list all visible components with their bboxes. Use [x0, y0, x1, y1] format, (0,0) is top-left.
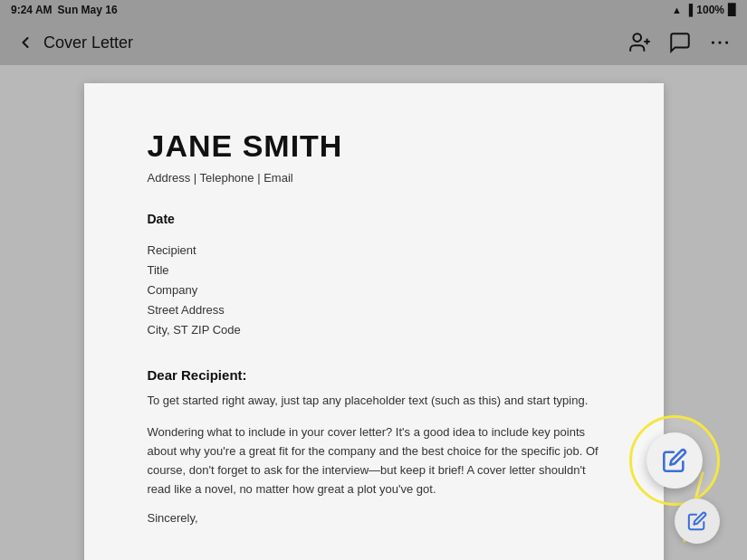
document-page[interactable]: Jane Smith Address | Telephone | Email D…: [84, 83, 664, 560]
svg-point-4: [718, 41, 721, 43]
svg-point-3: [712, 41, 714, 43]
signal-icon: ▐: [685, 4, 694, 16]
edit-fab-button[interactable]: [646, 432, 703, 489]
edit-fab-container: [629, 415, 720, 506]
recipient-street[interactable]: Street Address: [148, 300, 600, 320]
body-paragraph-1[interactable]: To get started right away, just tap any …: [148, 392, 600, 411]
recipient-block[interactable]: Recipient Title Company Street Address C…: [148, 241, 600, 340]
battery-icon: ▉: [728, 4, 736, 16]
svg-point-0: [633, 33, 641, 42]
status-bar: 9:24 AM Sun May 16 ▲ ▐ 100% ▉: [0, 0, 747, 20]
add-person-button[interactable]: [624, 26, 656, 59]
battery-label: 100%: [696, 4, 724, 16]
svg-point-5: [725, 41, 728, 43]
page-title: Cover Letter: [43, 33, 624, 52]
edit-fab-small-button[interactable]: [675, 498, 720, 544]
recipient-company[interactable]: Company: [148, 280, 600, 300]
recipient-title[interactable]: Title: [148, 261, 600, 280]
date: Sun May 16: [58, 4, 118, 16]
recipient-name[interactable]: Recipient: [148, 241, 600, 261]
more-button[interactable]: [704, 26, 736, 59]
time: 9:24 AM: [11, 4, 53, 16]
fab-highlight: [629, 415, 720, 506]
nav-actions: [624, 26, 736, 59]
date-field[interactable]: Date: [148, 212, 600, 226]
edit-fab-small-container: [675, 498, 720, 544]
author-name[interactable]: Jane Smith: [148, 128, 600, 164]
comment-button[interactable]: [664, 26, 696, 59]
body-paragraph-2[interactable]: Wondering what to include in your cover …: [148, 423, 600, 498]
nav-bar: Cover Letter: [0, 20, 747, 65]
wifi-icon: ▲: [672, 5, 682, 15]
status-right: ▲ ▐ 100% ▉: [672, 4, 736, 16]
closing[interactable]: Sincerely,: [148, 511, 600, 525]
salutation[interactable]: Dear Recipient:: [148, 367, 600, 383]
back-button[interactable]: [11, 28, 40, 57]
recipient-city[interactable]: City, ST ZIP Code: [148, 320, 600, 340]
contact-line[interactable]: Address | Telephone | Email: [148, 171, 600, 185]
status-left: 9:24 AM Sun May 16: [11, 4, 118, 16]
